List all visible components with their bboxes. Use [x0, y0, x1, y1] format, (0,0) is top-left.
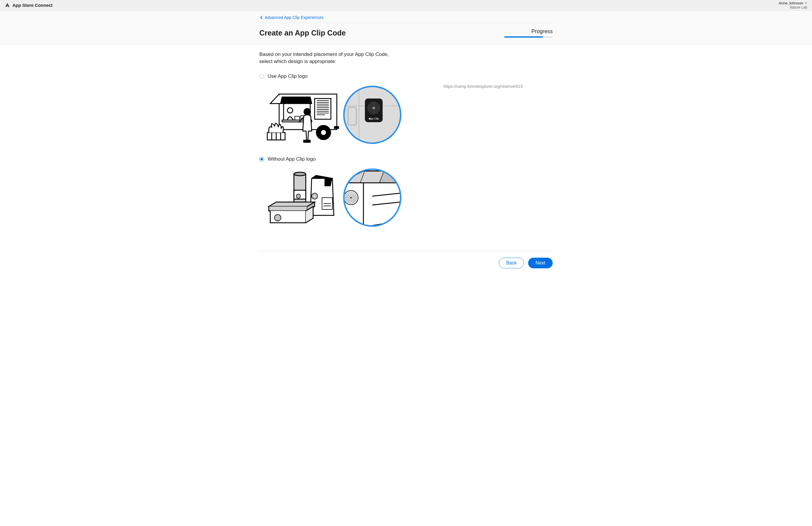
svg-point-39 [294, 172, 306, 176]
svg-point-35 [372, 106, 375, 110]
svg-point-46 [314, 195, 316, 197]
zoom-circle-use-logo-icon: App Clip [343, 85, 402, 144]
app-clip-code-preview [451, 51, 516, 81]
radio-indicator [259, 157, 264, 161]
svg-point-63 [350, 196, 352, 199]
radio-indicator [259, 74, 264, 79]
breadcrumb[interactable]: Advanced App Clip Experiences [259, 11, 553, 23]
svg-point-16 [321, 130, 327, 136]
illustration-without-logo [266, 168, 402, 227]
top-bar-left: App Store Connect [5, 3, 53, 8]
svg-rect-19 [304, 140, 307, 142]
svg-point-11 [287, 108, 293, 113]
preview-column: https://camp.forestexplorer.org/reserve/… [414, 51, 553, 239]
instruction-text: Based on your intended placement of your… [259, 51, 392, 65]
next-button[interactable]: Next [528, 258, 553, 268]
svg-point-53 [298, 196, 299, 197]
chevron-left-icon [259, 15, 263, 19]
preview-url: https://camp.forestexplorer.org/reserve/… [444, 84, 523, 89]
food-truck-illustration-icon [266, 85, 340, 144]
radio-option-use-logo[interactable]: Use App Clip logo [259, 73, 402, 79]
radio-label: Without App Clip logo [267, 156, 316, 162]
progress-fill [504, 37, 543, 38]
svg-rect-1 [315, 99, 331, 119]
zoom-circle-without-logo-icon [343, 168, 402, 227]
app-store-connect-logo-icon [5, 3, 10, 8]
illustration-use-logo: App Clip [266, 85, 402, 144]
app-title: App Store Connect [12, 3, 53, 8]
org-name: Nature Lab [779, 5, 807, 10]
breadcrumb-link[interactable]: Advanced App Clip Experiences [265, 15, 323, 20]
user-name: Anne Johnson [779, 1, 803, 5]
svg-rect-20 [307, 140, 310, 142]
form-column: Based on your intended placement of your… [259, 51, 402, 239]
svg-point-37 [369, 118, 371, 119]
svg-point-18 [304, 109, 310, 115]
divider [259, 251, 553, 251]
user-menu[interactable]: Anne Johnson Nature Lab [779, 1, 807, 10]
progress-label: Progress [504, 28, 553, 34]
svg-rect-12 [295, 116, 300, 120]
radio-label: Use App Clip logo [267, 73, 307, 79]
progress-bar [504, 37, 553, 38]
svg-point-50 [277, 217, 278, 218]
progress-block: Progress [504, 28, 553, 38]
back-button[interactable]: Back [499, 258, 524, 268]
top-bar: App Store Connect Anne Johnson Nature La… [0, 0, 812, 11]
footer-buttons: Back Next [259, 258, 553, 280]
svg-rect-17 [334, 127, 338, 128]
radio-option-without-logo[interactable]: Without App Clip logo [259, 156, 402, 162]
packaging-illustration-icon [266, 168, 340, 227]
chevron-down-icon [804, 1, 807, 4]
page-header: Advanced App Clip Experiences Create an … [0, 11, 812, 44]
page-title: Create an App Clip Code [259, 29, 346, 37]
